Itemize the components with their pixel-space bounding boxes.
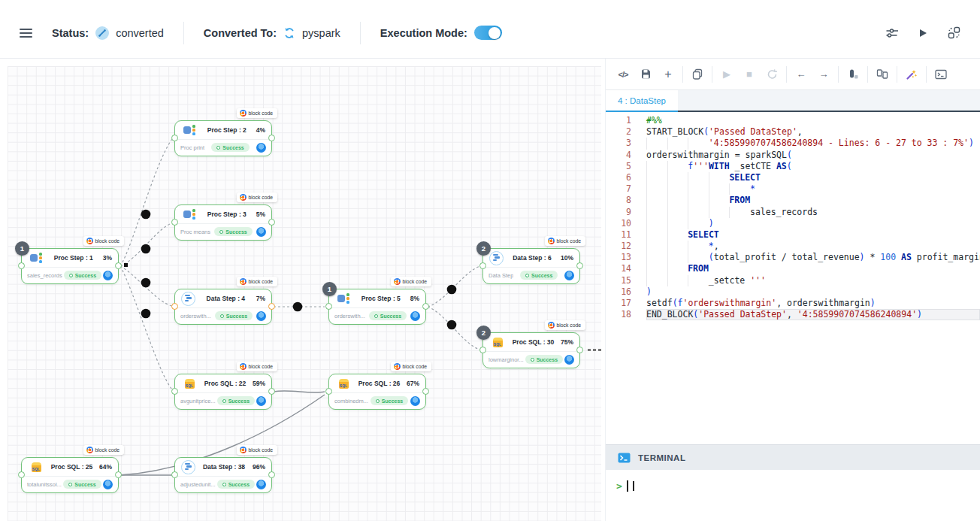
code-line[interactable]: 10) [606, 218, 980, 229]
block-code-badge[interactable]: block code [83, 236, 125, 246]
node-port-right[interactable] [115, 262, 122, 269]
graph-node[interactable]: 2block codeData Step : 610%Data StepSucc… [482, 248, 580, 284]
layout-icon[interactable] [948, 26, 960, 39]
node-port-right[interactable] [422, 303, 429, 310]
node-info-button[interactable] [564, 355, 574, 365]
status-badge[interactable]: Success [214, 227, 252, 236]
graph-node[interactable]: block codeData Step : 3896%adjustedunit.… [174, 457, 272, 493]
code-line[interactable]: 18END_BLOCK('Passed DataStep', '4:585990… [606, 309, 980, 320]
copy-icon[interactable] [686, 65, 709, 84]
block-code-badge[interactable]: block code [237, 445, 278, 455]
node-port-left[interactable] [171, 219, 178, 226]
graph-node[interactable]: block codeSQLProc SQL : 2564%totalunitss… [21, 457, 119, 493]
status-badge[interactable]: Success [211, 143, 249, 152]
node-port-right[interactable] [115, 471, 122, 478]
block-code-badge[interactable]: block code [545, 236, 586, 246]
code-line[interactable]: 17setdf(f'orderswithmargin', orderswithm… [606, 298, 980, 309]
node-port-right[interactable] [576, 347, 583, 353]
code-line[interactable]: 12*, [606, 241, 980, 252]
code-line[interactable]: 5f'''WITH _setCTE AS( [606, 161, 980, 172]
node-info-button[interactable] [256, 311, 266, 321]
flow-canvas[interactable]: block codeProc Step : 24%Proc printSucce… [8, 66, 601, 521]
node-port-left[interactable] [479, 262, 486, 269]
code-line[interactable]: 1#%% [606, 115, 980, 126]
code-line[interactable]: 4orderswithmargin = sparkSQL( [606, 150, 980, 161]
code-editor[interactable]: 1#%%2START_BLOCK('Passed DataStep',3'4:5… [606, 112, 980, 444]
add-icon[interactable]: + [657, 65, 679, 84]
block-code-badge[interactable]: block code [237, 277, 278, 286]
code-line[interactable]: 14FROM [606, 263, 980, 274]
status-badge[interactable]: Success [371, 396, 408, 405]
node-port-right[interactable] [576, 262, 583, 269]
code-line[interactable]: 6SELECT [606, 172, 980, 183]
magic-wand-icon[interactable] [900, 65, 923, 84]
node-info-button[interactable] [103, 271, 113, 280]
node-info-button[interactable] [410, 311, 420, 321]
node-port-right[interactable] [422, 388, 429, 395]
node-info-button[interactable] [564, 271, 574, 280]
status-badge[interactable]: Success [215, 311, 253, 320]
code-line[interactable]: 11SELECT [606, 229, 980, 241]
graph-node[interactable]: 1block codeProc Step : 13%sales_recordsS… [21, 248, 119, 284]
node-port-left[interactable] [325, 388, 332, 395]
node-port-left[interactable] [171, 388, 178, 395]
settings-sliders-icon[interactable] [885, 27, 898, 39]
status-badge[interactable]: Success [217, 480, 255, 489]
code-line[interactable]: 3'4:5859907074586240894 - Lines: 6 - 27 … [606, 138, 980, 149]
graph-node[interactable]: 2block codeSQLProc SQL : 3075%lowmargino… [482, 332, 580, 368]
terminal-body[interactable]: > [606, 470, 980, 521]
status-badge[interactable]: Success [525, 355, 563, 364]
code-line[interactable]: 13(total_profit / total_revenue) * 100 A… [606, 252, 980, 263]
block-code-badge[interactable]: block code [237, 362, 278, 371]
node-port-left[interactable] [171, 471, 178, 478]
code-line[interactable]: 15_setcte ''' [606, 275, 980, 286]
node-port-left[interactable] [325, 303, 332, 310]
graph-node[interactable]: block codeSQLProc SQL : 2259%avgunitpric… [174, 374, 272, 410]
execution-mode-toggle[interactable] [474, 26, 502, 40]
menu-icon[interactable] [20, 26, 32, 40]
terminal-header[interactable]: TERMINAL [606, 444, 980, 470]
node-info-button[interactable] [256, 396, 266, 406]
terminal-icon[interactable] [930, 65, 952, 84]
run-all-icon[interactable] [918, 28, 928, 38]
code-line[interactable]: 8FROM [606, 195, 980, 206]
graph-node[interactable]: block codeProc Step : 35%Proc meansSucce… [174, 204, 272, 241]
graph-node[interactable]: 1block codeProc Step : 58%orderswith...S… [328, 289, 426, 325]
tab-datastep[interactable]: 4 : DataStep [606, 90, 678, 112]
node-port-left[interactable] [479, 347, 486, 353]
navigate-forward-icon[interactable]: → [812, 65, 835, 84]
node-port-left[interactable] [18, 471, 25, 478]
node-port-left[interactable] [18, 262, 25, 269]
code-view-icon[interactable]: </> [612, 65, 634, 84]
code-line[interactable]: 2START_BLOCK('Passed DataStep', [606, 126, 980, 138]
block-code-badge[interactable]: block code [237, 108, 278, 118]
format-icon[interactable] [842, 65, 864, 84]
graph-node[interactable]: block codeSQLProc SQL : 2667%combinedm..… [328, 374, 426, 410]
node-info-button[interactable] [256, 143, 266, 153]
node-port-right[interactable] [268, 303, 275, 310]
node-port-left[interactable] [171, 303, 178, 310]
navigate-back-icon[interactable]: ← [790, 65, 812, 84]
status-badge[interactable]: Success [520, 271, 558, 280]
node-info-button[interactable] [410, 396, 420, 406]
node-port-right[interactable] [268, 219, 275, 226]
save-icon[interactable] [634, 65, 657, 84]
status-badge[interactable]: Success [369, 311, 407, 320]
status-badge[interactable]: Success [64, 271, 101, 280]
node-port-right[interactable] [268, 135, 275, 141]
node-info-button[interactable] [256, 227, 266, 237]
graph-node[interactable]: block codeData Step : 47%orderswith...Su… [174, 289, 272, 325]
code-line[interactable]: 16) [606, 286, 980, 298]
block-code-badge[interactable]: block code [237, 192, 278, 202]
block-code-badge[interactable]: block code [83, 445, 125, 455]
code-line[interactable]: 7* [606, 183, 980, 195]
block-code-badge[interactable]: block code [391, 277, 432, 286]
node-port-left[interactable] [171, 135, 178, 141]
status-badge[interactable]: Success [217, 396, 255, 405]
status-badge[interactable]: Success [63, 480, 101, 489]
code-line[interactable]: 9sales_records [606, 207, 980, 218]
block-code-badge[interactable]: block code [391, 362, 432, 371]
node-port-right[interactable] [268, 471, 275, 478]
node-port-right[interactable] [268, 388, 275, 395]
compare-icon[interactable] [871, 65, 894, 84]
